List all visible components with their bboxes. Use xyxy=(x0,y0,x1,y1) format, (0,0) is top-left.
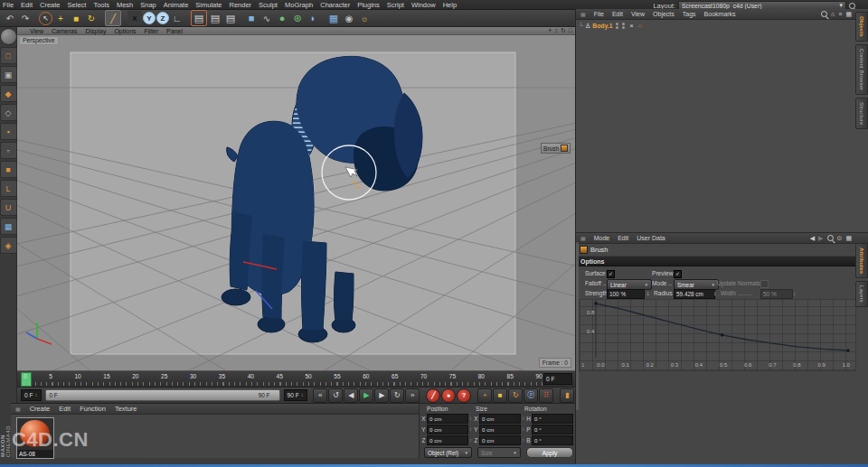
timeline-frame-field[interactable]: 0 F xyxy=(543,373,572,385)
menu-item[interactable]: Edit xyxy=(59,405,71,413)
key-scale-button[interactable]: ■ xyxy=(493,388,507,403)
goto-start-button[interactable]: « xyxy=(313,388,327,403)
tab-attributes[interactable]: Attributes xyxy=(855,243,868,278)
rotation-field[interactable]: 0 ° xyxy=(532,425,573,434)
panel-layout-icon[interactable]: ▦ xyxy=(845,11,852,18)
update-normals-checkbox[interactable] xyxy=(760,280,769,288)
sculpt-layer-icon[interactable]: ◈ xyxy=(0,237,17,254)
size-field[interactable]: 0 cm xyxy=(479,414,521,424)
undo-icon[interactable]: ↶ xyxy=(3,11,17,25)
preview-range-slider[interactable]: 0 F 90 F xyxy=(45,389,280,401)
key-pla-button[interactable]: ⠿ xyxy=(539,388,553,403)
panel-handle-icon[interactable]: ▦ xyxy=(580,11,586,17)
zoom-view-icon[interactable]: ↕ xyxy=(554,27,558,34)
rotate-view-icon[interactable]: ↻ xyxy=(561,27,566,34)
solo-button[interactable]: ▮ xyxy=(560,388,574,403)
viewport-canvas[interactable]: Brush Frame : 0 xyxy=(17,35,575,370)
options-section-header[interactable]: Options xyxy=(576,257,868,266)
mograph-icon[interactable]: ⊛ xyxy=(290,11,305,25)
brush-tool-hud[interactable]: Brush xyxy=(541,143,571,154)
menu-item[interactable]: MoGraph xyxy=(285,1,313,9)
redo-icon[interactable]: ↷ xyxy=(18,11,33,25)
stepper-icon[interactable]: ↕ xyxy=(301,390,304,400)
viewport[interactable]: Brush Frame : 0 ViewCamerasDisplayOption… xyxy=(17,27,575,370)
y-axis-lock-icon[interactable]: Y xyxy=(143,12,156,24)
points-mode-icon[interactable]: ▪ xyxy=(0,123,17,140)
width-stepper[interactable]: ↕ xyxy=(793,288,796,298)
make-editable-icon[interactable]: □ xyxy=(0,47,17,64)
lock-icon[interactable]: ⊙ xyxy=(837,235,843,242)
gap[interactable] xyxy=(554,389,559,402)
divider[interactable] xyxy=(239,11,243,25)
coordinate-system-icon[interactable]: ∟ xyxy=(170,11,184,25)
position-field[interactable]: 0 cm xyxy=(427,414,468,424)
panel-handle-icon[interactable]: ▦ xyxy=(15,406,21,412)
search-icon[interactable] xyxy=(821,11,827,17)
tab-structure[interactable]: Structure xyxy=(855,98,868,129)
axis-lock-icon[interactable]: L xyxy=(0,180,17,197)
menu-item[interactable]: Simulate xyxy=(195,1,222,9)
sculpt-brush-icon[interactable]: ╱ xyxy=(105,10,121,26)
filter-icon[interactable]: ≡ xyxy=(838,11,842,17)
menu-item[interactable]: Script xyxy=(387,1,404,9)
divider[interactable] xyxy=(185,11,190,25)
render-picture-viewer-icon[interactable]: ▤ xyxy=(208,11,222,25)
menu-item[interactable]: Edit xyxy=(618,235,628,241)
menu-item[interactable]: Select xyxy=(68,1,87,9)
menu-item[interactable]: Tags xyxy=(683,11,696,17)
menu-item[interactable]: Window xyxy=(411,1,436,9)
stepper-icon[interactable]: ↕ xyxy=(522,426,524,432)
key-rotation-button[interactable]: ↻ xyxy=(508,388,523,403)
polygons-mode-icon[interactable]: ■ xyxy=(0,161,17,178)
position-field[interactable]: 0 cm xyxy=(427,425,468,434)
spline-pen-icon[interactable]: ∿ xyxy=(259,11,274,25)
size-field[interactable]: 0 cm xyxy=(479,435,521,445)
panel-layout-icon[interactable]: ▦ xyxy=(845,235,852,242)
menu-item[interactable]: Snap xyxy=(140,1,156,9)
deformer-icon[interactable]: ◗ xyxy=(306,11,320,25)
sculpt-tag-icon[interactable]: ∴ xyxy=(638,23,642,30)
menu-item[interactable]: Panel xyxy=(166,28,183,34)
object-label[interactable]: Body.1 xyxy=(592,23,612,29)
subdivision-surface-icon[interactable]: ● xyxy=(275,11,289,25)
menu-item[interactable]: Edit xyxy=(612,11,623,17)
end-frame-field[interactable]: 90 F↕ xyxy=(284,389,307,401)
render-view-icon[interactable]: ▤ xyxy=(191,10,207,26)
menu-item[interactable]: Render xyxy=(230,1,252,9)
texture-mode-icon[interactable]: ◆ xyxy=(0,85,17,102)
camera-icon[interactable]: ◉ xyxy=(342,11,356,25)
menu-item[interactable]: Mesh xyxy=(117,1,133,9)
divider[interactable] xyxy=(33,11,38,25)
snap-magnet-icon[interactable]: U xyxy=(0,199,17,216)
edges-mode-icon[interactable]: ▫ xyxy=(0,142,17,159)
floor-icon[interactable]: ▦ xyxy=(326,11,341,25)
loop-button[interactable]: ↻ xyxy=(390,388,404,403)
menu-item[interactable]: File xyxy=(594,11,604,17)
object-mode-dropdown[interactable]: Object (Rel)▼ xyxy=(424,447,472,458)
workplane-snap-icon[interactable]: ▦ xyxy=(0,218,17,235)
history-back-icon[interactable]: ◀ xyxy=(810,235,815,242)
home-icon[interactable]: ⌂ xyxy=(831,11,835,17)
menu-item[interactable]: Animate xyxy=(164,1,189,9)
divider[interactable] xyxy=(99,11,104,25)
menu-item[interactable]: Texture xyxy=(115,405,137,413)
current-frame-field[interactable]: 0 F↕ xyxy=(21,389,42,401)
stepper-icon[interactable]: ↕ xyxy=(522,416,524,421)
stepper-icon[interactable]: ↕ xyxy=(35,390,38,400)
workplane-mode-icon[interactable]: ◇ xyxy=(0,104,17,121)
panel-handle-icon[interactable]: ▦ xyxy=(580,235,586,241)
tab-content-browser[interactable]: Content Browser xyxy=(855,44,868,95)
history-forward-icon[interactable]: ▶ xyxy=(818,235,823,242)
strength-field[interactable]: 100 % xyxy=(607,289,645,299)
key-position-button[interactable]: + xyxy=(477,388,492,403)
menu-item[interactable]: User Data xyxy=(637,235,665,241)
autokey-button[interactable]: ● xyxy=(441,388,456,403)
menu-item[interactable]: Help xyxy=(443,1,457,9)
model-mode-icon[interactable]: ▣ xyxy=(0,66,17,83)
menu-item[interactable]: Cameras xyxy=(52,28,77,34)
next-frame-button[interactable]: ▶ xyxy=(374,388,389,403)
preview-checkbox[interactable]: ✓ xyxy=(674,270,682,278)
menu-item[interactable]: Function xyxy=(80,405,106,413)
goto-end-button[interactable]: » xyxy=(405,388,420,403)
rotation-field[interactable]: 0 ° xyxy=(532,435,573,445)
